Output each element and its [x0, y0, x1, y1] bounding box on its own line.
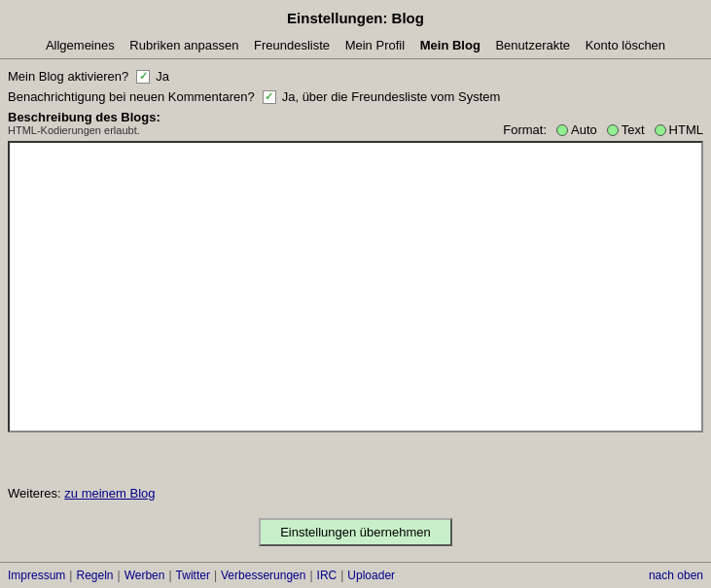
format-auto[interactable]: Auto	[556, 122, 597, 137]
footer-werben[interactable]: Werben	[124, 569, 165, 582]
page-title: Einstellungen: Blog	[0, 0, 711, 34]
description-textarea[interactable]	[10, 143, 701, 431]
blog-activate-checkbox[interactable]	[136, 70, 150, 84]
description-hint: HTML-Kodierungen erlaubt.	[8, 124, 160, 136]
weiteres-blog-link[interactable]: zu meinem Blog	[64, 486, 155, 501]
format-text-label: Text	[622, 122, 645, 137]
format-html[interactable]: HTML	[655, 122, 703, 137]
submit-row: Einstellungen übernehmen	[0, 506, 711, 558]
description-section: Beschreibung des Blogs: HTML-Kodierungen…	[8, 110, 703, 432]
format-auto-label: Auto	[571, 122, 597, 137]
navigation-bar: Allgemeines Rubriken anpassen Freundesli…	[0, 34, 711, 59]
footer-links: Impressum | Regeln | Werben | Twitter | …	[8, 569, 395, 582]
content-area: Mein Blog aktivieren? Ja Benachrichtigun…	[0, 59, 711, 480]
format-text[interactable]: Text	[607, 122, 645, 137]
blog-activate-row: Mein Blog aktivieren? Ja	[8, 69, 703, 84]
submit-button[interactable]: Einstellungen übernehmen	[259, 518, 452, 546]
nav-konto-loeschen[interactable]: Konto löschen	[586, 38, 665, 52]
weiteres-row: Weiteres: zu meinem Blog	[0, 480, 711, 506]
weiteres-label: Weiteres:	[8, 486, 61, 501]
nav-freundesliste[interactable]: Freundesliste	[254, 38, 330, 52]
blog-activate-label: Mein Blog aktivieren?	[8, 69, 128, 84]
nav-mein-profil[interactable]: Mein Profil	[345, 38, 405, 52]
footer-twitter[interactable]: Twitter	[176, 569, 210, 582]
blog-activate-value: Ja	[156, 69, 169, 84]
description-textarea-wrapper	[8, 141, 703, 432]
nav-mein-blog[interactable]: Mein Blog	[420, 38, 480, 52]
footer-regeln[interactable]: Regeln	[76, 569, 113, 582]
format-auto-radio[interactable]	[556, 124, 568, 136]
footer-verbesserungen[interactable]: Verbesserungen	[221, 569, 305, 582]
format-html-radio[interactable]	[655, 124, 666, 136]
format-html-label: HTML	[669, 122, 703, 137]
notification-value: Ja, über die Freundesliste vom System	[282, 89, 501, 104]
notification-label: Benachrichtigung bei neuen Kommentaren?	[8, 89, 255, 104]
format-row: Format: Auto Text HTML	[503, 122, 703, 137]
format-radio-group: Auto Text HTML	[556, 122, 703, 137]
nav-allgemeines[interactable]: Allgemeines	[46, 38, 115, 52]
footer-impressum[interactable]: Impressum	[8, 569, 65, 582]
nav-benutzerakte[interactable]: Benutzerakte	[495, 38, 570, 52]
footer-uploader[interactable]: Uploader	[347, 569, 395, 582]
back-to-top-link[interactable]: nach oben	[649, 569, 703, 582]
nav-rubriken-anpassen[interactable]: Rubriken anpassen	[129, 38, 238, 52]
format-text-radio[interactable]	[607, 124, 619, 136]
footer: Impressum | Regeln | Werben | Twitter | …	[0, 563, 711, 588]
footer-irc[interactable]: IRC	[317, 569, 338, 582]
notification-checkbox[interactable]	[263, 90, 276, 104]
description-label: Beschreibung des Blogs:	[8, 110, 160, 124]
format-label: Format:	[503, 122, 547, 137]
notification-row: Benachrichtigung bei neuen Kommentaren? …	[8, 89, 703, 104]
